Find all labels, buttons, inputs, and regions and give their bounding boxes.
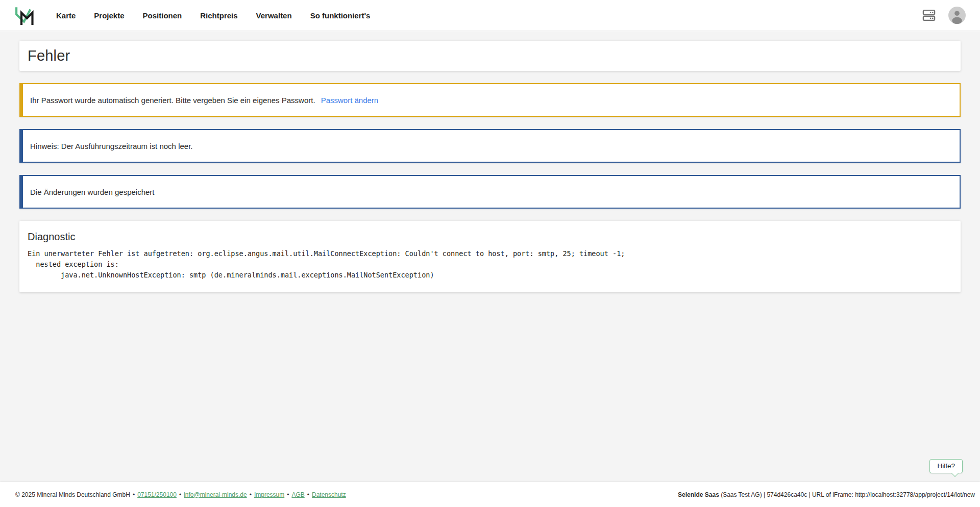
footer-separator: • xyxy=(287,491,289,498)
datenschutz-link[interactable]: Datenschutz xyxy=(312,491,346,498)
footer-separator: • xyxy=(133,491,135,498)
page-title-card: Fehler xyxy=(19,41,961,71)
nav-item-verwalten[interactable]: Verwalten xyxy=(256,11,292,20)
session-details: (Saas Test AG) | 574d426ca40c | URL of i… xyxy=(719,491,975,498)
nav-item-positionen[interactable]: Positionen xyxy=(143,11,182,20)
footer-separator: • xyxy=(250,491,252,498)
mineral-minds-logo[interactable] xyxy=(14,5,34,26)
agb-link[interactable]: AGB xyxy=(291,491,304,498)
footer: © 2025 Mineral Minds Deutschland GmbH • … xyxy=(0,482,980,507)
footer-session-info: Selenide Saas (Saas Test AG) | 574d426ca… xyxy=(678,491,975,498)
main-content: Fehler Ihr Passwort wurde automatisch ge… xyxy=(0,32,980,482)
alert-text: Ihr Passwort wurde automatisch generiert… xyxy=(30,96,315,105)
impressum-link[interactable]: Impressum xyxy=(254,491,284,498)
diagnostic-stacktrace: Ein unerwarteter Fehler ist aufgetreten:… xyxy=(28,248,952,281)
change-password-link[interactable]: Passwort ändern xyxy=(321,96,379,105)
phone-link[interactable]: 07151/250100 xyxy=(137,491,177,498)
page-title: Fehler xyxy=(28,47,952,64)
alert-changes-saved: Die Änderungen wurden gespeichert xyxy=(19,175,961,209)
tenant-name: Selenide Saas xyxy=(678,491,719,498)
email-link[interactable]: info@mineral-minds.de xyxy=(184,491,247,498)
top-navigation: Karte Projekte Positionen Richtpreis Ver… xyxy=(0,0,980,31)
alert-text: Die Änderungen wurden gespeichert xyxy=(30,188,155,196)
alert-text: Hinweis: Der Ausführungszeitraum ist noc… xyxy=(30,142,192,150)
server-icon[interactable] xyxy=(922,8,936,22)
diagnostic-card: Diagnostic Ein unerwarteter Fehler ist a… xyxy=(19,221,961,292)
footer-separator: • xyxy=(307,491,309,498)
nav-item-projekte[interactable]: Projekte xyxy=(94,11,124,20)
footer-separator: • xyxy=(179,491,181,498)
topnav-right-actions xyxy=(922,7,966,24)
main-menu: Karte Projekte Positionen Richtpreis Ver… xyxy=(56,11,370,20)
diagnostic-title: Diagnostic xyxy=(28,231,952,243)
account-avatar-icon[interactable] xyxy=(948,7,966,24)
nav-item-richtpreis[interactable]: Richtpreis xyxy=(200,11,237,20)
app-root: Karte Projekte Positionen Richtpreis Ver… xyxy=(0,0,980,507)
alert-password-generated: Ihr Passwort wurde automatisch generiert… xyxy=(19,83,961,117)
logo-icon xyxy=(14,5,34,26)
help-button[interactable]: Hilfe? xyxy=(929,459,963,473)
alert-execution-period-empty: Hinweis: Der Ausführungszeitraum ist noc… xyxy=(19,129,961,163)
copyright-text: © 2025 Mineral Minds Deutschland GmbH xyxy=(15,491,130,498)
nav-item-so-funktionierts[interactable]: So funktioniert's xyxy=(310,11,371,20)
footer-left: © 2025 Mineral Minds Deutschland GmbH • … xyxy=(15,491,346,498)
help-label: Hilfe? xyxy=(937,462,955,470)
nav-item-karte[interactable]: Karte xyxy=(56,11,76,20)
